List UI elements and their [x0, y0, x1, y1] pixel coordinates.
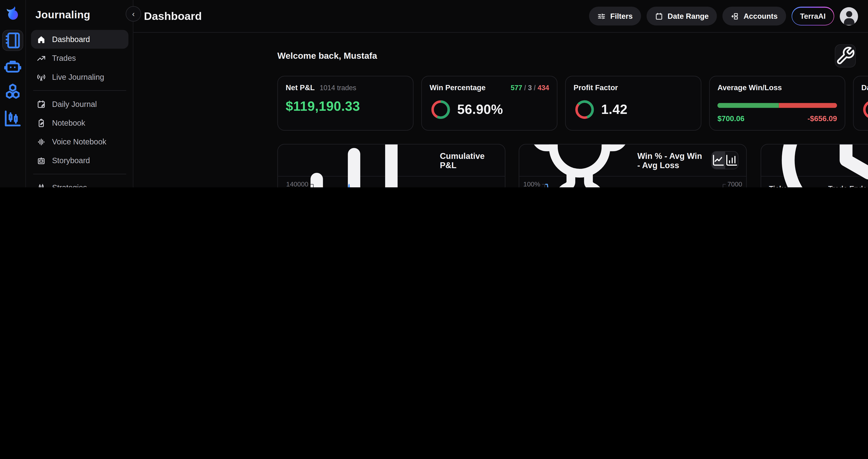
avatar-head: [846, 11, 852, 17]
avg-win-value: $700.06: [717, 115, 745, 123]
win-loss-counts: 577 / 3 / 434: [510, 84, 549, 92]
home-icon: [37, 35, 46, 44]
win-avg-title: Win % - Avg Win - Avg Loss: [638, 151, 707, 170]
terraai-label: TerraAI: [792, 7, 833, 25]
column-chart-toggle[interactable]: [725, 152, 738, 169]
win-percentage-ring: [430, 98, 452, 121]
radio-icon: [37, 72, 46, 82]
recent-trades-card: Recent Trades TickerTrade Ended AtProfit…: [761, 144, 868, 187]
header-actions: FiltersDate RangeAccountsTerraAI: [589, 6, 858, 25]
accounts-icon: [731, 12, 739, 20]
profit-factor-value: 1.42: [601, 102, 627, 118]
sidebar-item-label: Daily Journal: [52, 100, 97, 109]
sidebar-item-voice-notebook[interactable]: Voice Notebook: [31, 132, 128, 151]
page-title: Dashboard: [144, 10, 202, 22]
chart-type-toggle: [711, 151, 739, 170]
user-avatar[interactable]: [840, 7, 858, 25]
kpi-label: Average Win/Loss: [717, 84, 782, 92]
kpi-net-pl: Net P&L1014 trades$119,190.33: [277, 76, 413, 131]
rail-item-journal-icon[interactable]: [2, 30, 23, 51]
cumulative-pl-card: Cumulative P&L Cumulative P&L 1400001050…: [277, 144, 505, 187]
cumulative-pl-chart: 140000105000700003500002020-12-172022-06…: [278, 177, 505, 187]
calendar-icon: [655, 12, 663, 20]
candles-icon: [37, 183, 46, 187]
sidebar-item-label: Storyboard: [52, 156, 90, 165]
kpi-average-win-loss: Average Win/Loss$700.06-$656.09: [709, 76, 845, 131]
welcome-row: Welcome back, Mustafa: [277, 44, 856, 68]
cumulative-pl-header: Cumulative P&L: [278, 145, 505, 177]
terraai-button[interactable]: TerraAI: [792, 6, 834, 25]
sidebar-item-label: Strategies: [52, 183, 87, 187]
sidebar-item-label: Trades: [52, 54, 76, 63]
main-area: Dashboard FiltersDate RangeAccountsTerra…: [133, 0, 868, 187]
cumulative-pl-title: Cumulative P&L: [440, 151, 497, 170]
audio-icon: [37, 137, 46, 147]
svg-text:140000: 140000: [286, 180, 308, 187]
sidebar-item-label: Voice Notebook: [52, 137, 106, 146]
rail-item-candle-chart-icon[interactable]: [2, 108, 23, 129]
button-label: Filters: [610, 12, 633, 20]
trend-icon: [37, 53, 46, 63]
sidebar: Journaling DashboardTradesLive Journalin…: [27, 0, 133, 187]
sidebar-item-storyboard[interactable]: Storyboard: [31, 151, 128, 170]
kpi-win-percentage: Win Percentage577 / 3 / 43456.90%: [421, 76, 557, 131]
clipboard-pen-icon: [37, 118, 46, 128]
sidebar-item-notebook[interactable]: Notebook: [31, 114, 128, 132]
sidebar-collapse-button[interactable]: ‹: [126, 6, 141, 22]
net-pl-value: $119,190.33: [286, 98, 360, 114]
sidebar-divider: [33, 90, 126, 91]
win-avg-header: Win % - Avg Win - Avg Loss: [519, 145, 746, 177]
avg-win-bar-segment: [717, 103, 779, 108]
calendar-pen-icon: [37, 99, 46, 109]
svg-text:100%: 100%: [523, 180, 540, 187]
kpi-row: Net P&L1014 trades$119,190.33Win Percent…: [277, 76, 868, 131]
kpi-label: Net P&L: [286, 84, 315, 92]
sidebar-item-daily-journal[interactable]: Daily Journal: [31, 95, 128, 114]
rail-item-boxes-icon[interactable]: [2, 82, 23, 103]
app-title: Journaling: [35, 9, 128, 21]
svg-text:7000: 7000: [727, 180, 742, 187]
kpi-label: Day Win Percentage: [862, 84, 868, 92]
sidebar-nav: DashboardTradesLive JournalingDaily Jour…: [31, 30, 128, 187]
avg-loss-bar-segment: [779, 103, 837, 108]
avg-loss-value: -$656.09: [807, 115, 837, 123]
win-percentage-value: 56.90%: [457, 102, 503, 118]
app-rail: [0, 0, 26, 187]
col-ended: Trade Ended At: [828, 184, 868, 187]
line-chart-toggle[interactable]: [712, 152, 725, 169]
kpi-label: Win Percentage: [430, 84, 486, 92]
date-range-button[interactable]: Date Range: [647, 6, 717, 25]
avatar-body: [844, 18, 854, 25]
sidebar-item-trades[interactable]: Trades: [31, 49, 128, 68]
frame-icon: [37, 156, 46, 165]
welcome-text: Welcome back, Mustafa: [277, 51, 377, 61]
win-avg-chart: 100%700075%350050%025%-35000%-70002021-0…: [519, 177, 747, 187]
kpi-day-win-percentage: Day Win Percentage120 / 20757.97%: [853, 76, 868, 131]
sidebar-item-label: Notebook: [52, 118, 85, 127]
accounts-button[interactable]: Accounts: [722, 6, 786, 25]
button-label: Accounts: [743, 12, 778, 20]
filters-button[interactable]: Filters: [589, 6, 641, 25]
app-window: Journaling DashboardTradesLive Journalin…: [0, 0, 868, 187]
kpi-profit-factor: Profit Factor1.42: [565, 76, 701, 131]
recent-trades-header: Recent Trades: [761, 145, 868, 177]
button-label: Date Range: [668, 12, 709, 20]
rail-item-robot-icon[interactable]: [2, 56, 23, 77]
sidebar-item-label: Live Journaling: [52, 72, 104, 81]
avg-win-loss-bar: [717, 103, 837, 108]
sliders-icon: [597, 12, 606, 20]
clock-icon: [769, 144, 868, 187]
sidebar-item-dashboard[interactable]: Dashboard: [31, 30, 128, 49]
sidebar-item-label: Dashboard: [52, 35, 90, 43]
win-avg-card: Win % - Avg Win - Avg Loss Win %Avg WinA…: [519, 144, 747, 187]
col-ticker: Ticker: [769, 184, 828, 187]
customize-widgets-button[interactable]: [835, 44, 856, 68]
main-header: Dashboard FiltersDate RangeAccountsTerra…: [133, 0, 868, 33]
sidebar-divider: [33, 174, 126, 174]
sidebar-item-strategies[interactable]: Strategies: [31, 178, 128, 187]
day-win-ring: [862, 98, 868, 121]
sidebar-item-live-journaling[interactable]: Live Journaling: [31, 68, 128, 86]
bull-logo-icon: [4, 5, 21, 22]
wrench-icon: [835, 46, 855, 66]
kpi-label: Profit Factor: [574, 84, 618, 92]
